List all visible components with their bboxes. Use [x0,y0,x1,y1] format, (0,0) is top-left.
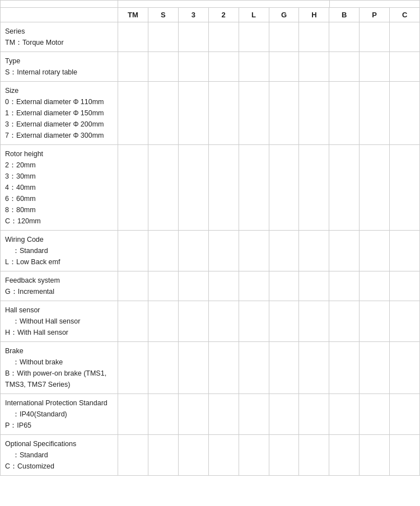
col-data-L-opt [239,435,269,475]
col-C: C [390,8,419,22]
rotor-item-1: 2：20mm [5,160,113,171]
col-data-G-series [269,22,300,51]
col-data-P-type [360,52,390,81]
row-hall: Hall sensor ：Without Hall sensor H：With … [1,301,419,342]
hall-item-1: ：Without Hall sensor [5,316,113,327]
row-series: Series TM：Torque Motor [1,22,419,52]
col-data-H-wiring [299,231,329,271]
optional-item-1: ：Standard [5,449,113,461]
size-item-4: 7：External diameter Φ 300mm [5,130,113,141]
col-data-S-opt [148,435,179,475]
motor-spec-header [118,1,330,7]
col-data-TM-wiring [118,231,148,271]
main-container: TM S 3 2 L G H B P C Series TM：Torque Mo… [0,0,420,476]
optional-label: Optional Specifications ：Standard C：Cust… [1,435,118,475]
col-H: H [299,8,329,22]
col-data-3-feedback [179,271,209,301]
function-header [330,1,419,7]
col-data-H-feedback [299,271,329,301]
col-data-2-series [209,22,239,51]
col-headers: TM S 3 2 L G H B P C [0,7,420,22]
col-data-G-wiring [269,231,300,271]
col-data-H-prot [299,394,329,434]
col-data-L-size [239,82,269,144]
series-title: Series [5,27,25,35]
col-data-2-hall [209,301,239,341]
hall-label: Hall sensor ：Without Hall sensor H：With … [1,301,118,341]
col-data-H-rotor [299,145,329,230]
col-data-S-rotor [148,145,179,230]
col-data-B-feedback [329,271,360,301]
rotor-item-4: 6：60mm [5,193,113,204]
col-data-S-series [148,22,179,51]
col-data-C-series [390,22,419,51]
col-data-3-series [179,22,209,51]
col-data-2-rotor [209,145,239,230]
brake-label: Brake ：Without brake B：With power-on bra… [1,342,118,393]
size-item-2: 1：External diameter Φ 150mm [5,107,113,119]
row-feedback: Feedback system G：Incremental [1,271,419,301]
col-data-L-wiring [239,231,269,271]
col-data-G-rotor [269,145,300,230]
col-data-C-wiring [390,231,419,271]
col-data-3-size [179,82,209,144]
brake-item-2: B：With power-on brake (TMS1, TMS3, TMS7 … [5,368,113,390]
col-data-TM-opt [118,435,148,475]
col-data-2-size [209,82,239,144]
col-data-S-feedback [148,271,179,301]
col-data-P-opt [360,435,390,475]
col-data-L-prot [239,394,269,434]
row-protection: International Protection Standard ：IP40(… [1,394,419,435]
col-data-C-opt [390,435,419,475]
row-wiring: Wiring Code ：Standard L：Low Back emf [1,231,419,271]
col-data-H-brake [299,342,329,393]
col-data-2-prot [209,394,239,434]
col-data-B-prot [329,394,360,434]
content-wrapper: Series TM：Torque Motor Type S：Internal r [0,22,420,476]
col-data-H-series [299,22,329,51]
rotor-title: Rotor height [5,150,43,158]
col-data-G-type [269,52,300,81]
row-type: Type S：Internal rotary table [1,52,419,82]
col-S: S [148,8,179,22]
size-item-3: 3：External diameter Φ 200mm [5,119,113,130]
col-data-TM-feedback [118,271,148,301]
col-data-S-type [148,52,179,81]
col-data-L-type [239,52,269,81]
col-G: G [269,8,300,22]
col-data-P-prot [360,394,390,434]
col-data-P-size [360,82,390,144]
row-brake: Brake ：Without brake B：With power-on bra… [1,342,419,394]
col-data-TM-rotor [118,145,148,230]
optional-item-2: C：Customized [5,461,113,472]
series-item-1: TM：Torque Motor [5,37,113,48]
rotor-item-2: 3：30mm [5,171,113,182]
protection-label: International Protection Standard ：IP40(… [1,394,118,434]
col-3: 3 [179,8,209,22]
col-data-3-wiring [179,231,209,271]
size-title: Size [5,87,18,95]
col-data-3-type [179,52,209,81]
protection-title: International Protection Standard [5,399,108,407]
row-rotor: Rotor height 2：20mm 3：30mm 4：40mm 6：60mm… [1,145,419,231]
type-label: Type S：Internal rotary table [1,52,118,81]
col-P: P [360,8,390,22]
col-TM: TM [118,8,148,22]
col-data-P-rotor [360,145,390,230]
col-data-B-brake [329,342,360,393]
col-data-2-opt [209,435,239,475]
type-title: Type [5,57,20,65]
protection-item-2: P：IP65 [5,420,113,431]
header-section [0,0,420,7]
col-data-C-hall [390,301,419,341]
col-data-S-wiring [148,231,179,271]
col-data-L-feedback [239,271,269,301]
col-data-L-brake [239,342,269,393]
col-data-S-size [148,82,179,144]
protection-item-1: ：IP40(Standard) [5,409,113,420]
col-data-C-rotor [390,145,419,230]
col-data-G-hall [269,301,300,341]
col-data-TM-prot [118,394,148,434]
wiring-label: Wiring Code ：Standard L：Low Back emf [1,231,118,271]
col-data-H-hall [299,301,329,341]
